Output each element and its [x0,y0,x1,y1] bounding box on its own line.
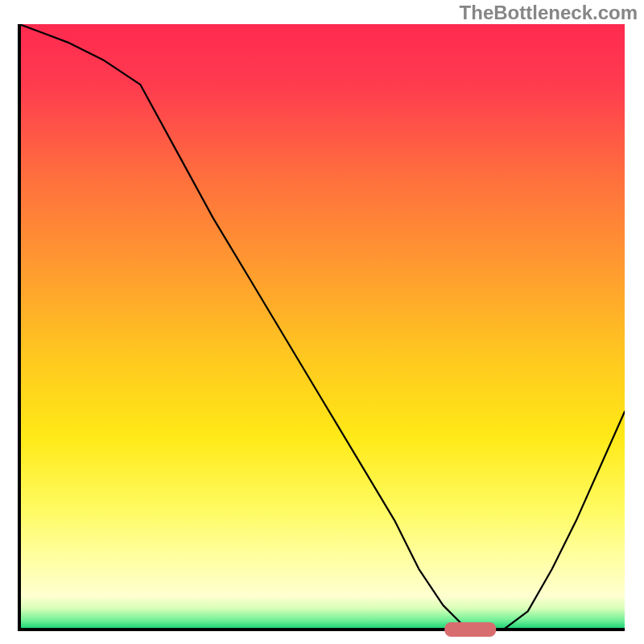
watermark-text: TheBottleneck.com [460,2,638,24]
gradient-background [19,24,625,630]
chart-container: TheBottleneck.com [0,0,644,644]
bottleneck-chart [0,0,644,644]
highlight-pill [444,622,496,637]
